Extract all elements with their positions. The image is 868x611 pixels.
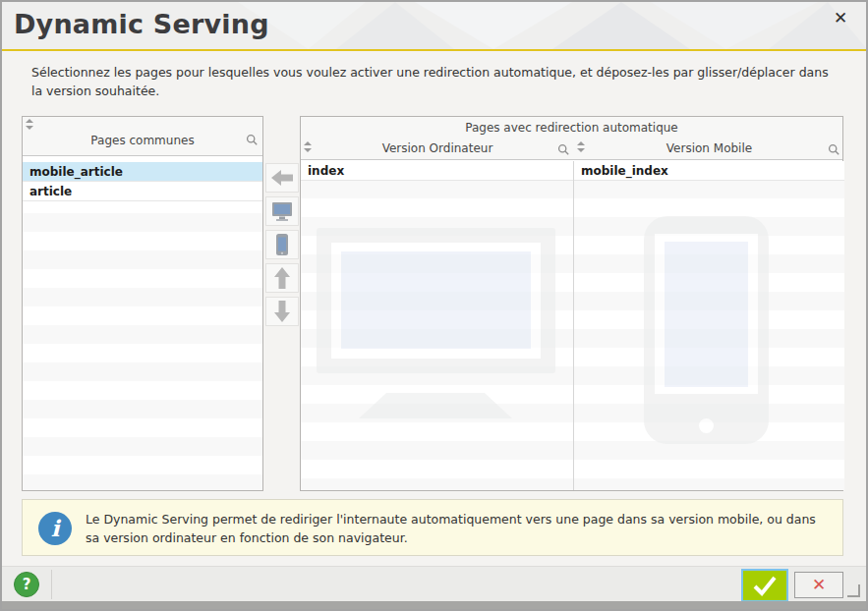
monitor-icon (270, 200, 294, 222)
mobile-column-header[interactable]: Version Mobile (574, 139, 844, 160)
sort-icon[interactable] (26, 119, 33, 130)
monitor-stand-illustration (359, 393, 512, 418)
common-pages-header-label: Pages communes (23, 134, 262, 147)
ok-button[interactable] (741, 569, 788, 602)
search-icon[interactable] (828, 143, 840, 156)
desktop-column-header[interactable]: Version Ordinateur (301, 139, 574, 160)
sort-icon[interactable] (577, 141, 585, 152)
move-down-button[interactable] (265, 297, 299, 326)
list-item[interactable]: mobile_article (23, 162, 262, 182)
desktop-column-label: Version Ordinateur (301, 139, 574, 158)
cancel-button[interactable]: ✕ (794, 572, 843, 598)
help-button[interactable]: ? (14, 572, 39, 597)
checkmark-icon (752, 575, 778, 596)
accent-divider (2, 49, 866, 51)
title-bar: Dynamic Serving ✕ (2, 2, 866, 49)
window-bottom-edge (2, 601, 866, 609)
arrow-left-icon (270, 168, 294, 188)
monitor-illustration (317, 228, 555, 373)
sort-icon[interactable] (304, 141, 312, 152)
move-to-desktop-button[interactable] (265, 196, 299, 226)
move-to-mobile-button[interactable] (265, 230, 299, 259)
common-pages-panel: Pages communes mobile_article article (22, 116, 263, 491)
common-pages-list: mobile_article article (23, 157, 262, 490)
mobile-column-label: Version Mobile (574, 139, 844, 158)
arrow-up-icon (272, 266, 292, 290)
list-item[interactable]: article (23, 182, 262, 201)
search-icon[interactable] (557, 143, 570, 156)
list-item[interactable]: mobile_index (574, 161, 844, 181)
desktop-pages-list: index (301, 161, 574, 490)
arrow-down-icon (272, 300, 292, 323)
redirect-panel-header: Pages avec redirection automatique (301, 117, 842, 139)
footer-divider (51, 570, 52, 599)
resize-grip[interactable] (847, 584, 860, 597)
move-left-button[interactable] (265, 163, 299, 193)
list-item[interactable]: index (301, 161, 573, 181)
common-pages-header[interactable]: Pages communes (23, 117, 262, 156)
redirect-panel-header-label: Pages avec redirection automatique (465, 121, 678, 135)
info-icon: i (38, 512, 72, 545)
dialog-title: Dynamic Serving (14, 9, 269, 39)
mobile-pages-list: mobile_index (574, 161, 844, 490)
redirect-pages-panel: Pages avec redirection automatique Versi… (300, 116, 843, 491)
phone-illustration (644, 216, 769, 444)
search-icon[interactable] (246, 134, 259, 146)
close-icon[interactable]: ✕ (829, 6, 852, 29)
dynamic-serving-dialog: Dynamic Serving ✕ Sélectionnez les pages… (0, 0, 868, 611)
footer-bar: ? ✕ (2, 566, 866, 601)
redirect-panel-body: index mobile_index (301, 161, 842, 490)
move-up-button[interactable] (265, 263, 299, 293)
smartphone-icon (275, 233, 289, 256)
phone-home-button-illustration (699, 418, 714, 433)
intro-text: Sélectionnez les pages pour lesquelles v… (31, 63, 841, 100)
info-box: i Le Dynamic Serving permet de rediriger… (22, 499, 843, 556)
info-text: Le Dynamic Serving permet de rediriger l… (86, 510, 833, 547)
redirect-column-headers: Version Ordinateur Version Mobile (301, 139, 842, 160)
